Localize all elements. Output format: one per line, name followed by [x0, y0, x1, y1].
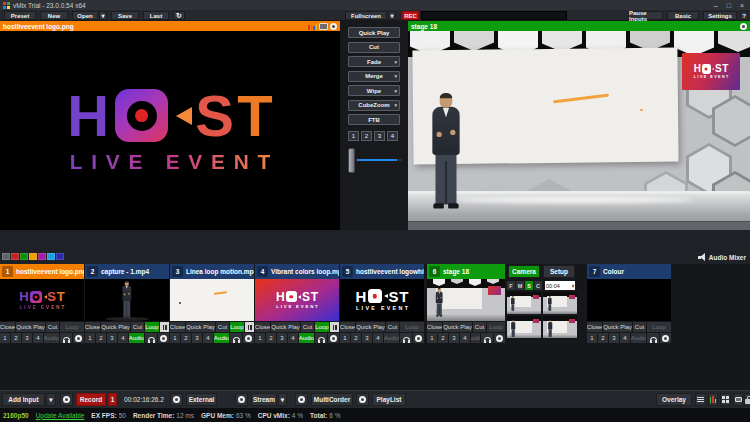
- overlay-2-button[interactable]: 2: [361, 131, 372, 141]
- stream-button[interactable]: Stream: [251, 393, 277, 406]
- overlay-button[interactable]: Overlay: [656, 393, 692, 406]
- wipe-button[interactable]: Wipe▾: [348, 85, 400, 96]
- overlay-1-button[interactable]: 1: [0, 333, 10, 343]
- headphones-icon[interactable]: [145, 333, 157, 343]
- input-thumbnail[interactable]: HST LIVE EVENT: [255, 279, 339, 321]
- close-button[interactable]: Close: [427, 322, 442, 332]
- multicorder-settings-gear-icon[interactable]: [295, 393, 308, 406]
- overlay-1-button[interactable]: 1: [587, 333, 597, 343]
- chevron-down-icon[interactable]: ▾: [394, 88, 397, 94]
- pause-icon[interactable]: [160, 322, 169, 332]
- playlist-button[interactable]: PlayList: [372, 393, 406, 406]
- stream-dropdown-icon[interactable]: ▾: [278, 393, 287, 406]
- headphones-icon[interactable]: [230, 333, 242, 343]
- overlay-3-button[interactable]: 3: [374, 131, 385, 141]
- spinner-arrows-icon[interactable]: ▴▾: [572, 284, 574, 288]
- close-button[interactable]: Close: [170, 322, 185, 332]
- overlay-1-button[interactable]: 1: [85, 333, 95, 343]
- external-button[interactable]: External: [186, 393, 217, 406]
- headphones-icon[interactable]: [400, 333, 412, 343]
- minimize-icon[interactable]: –: [714, 2, 718, 9]
- program-gear-icon[interactable]: [740, 23, 747, 30]
- cut-button[interactable]: Cut: [386, 322, 399, 332]
- stream-settings-gear-icon[interactable]: [235, 393, 248, 406]
- input-settings-gear-icon[interactable]: [494, 333, 505, 343]
- open-dropdown-icon[interactable]: ▾: [99, 11, 107, 20]
- ftb-button[interactable]: FTB: [348, 114, 400, 125]
- close-button[interactable]: Close: [0, 322, 15, 332]
- overlay-2-button[interactable]: 2: [598, 333, 608, 343]
- overlay-4-button[interactable]: 4: [373, 333, 383, 343]
- close-icon[interactable]: ×: [740, 2, 744, 9]
- cut-button[interactable]: Cut: [131, 322, 144, 332]
- audio-button[interactable]: Audio: [631, 333, 646, 343]
- add-input-dropdown-icon[interactable]: ▾: [46, 393, 56, 406]
- speed-fast-button[interactable]: F: [507, 281, 515, 290]
- monitor-icon[interactable]: [733, 393, 743, 406]
- input-settings-gear-icon[interactable]: [413, 333, 424, 343]
- headphones-icon[interactable]: [315, 333, 327, 343]
- audio-button[interactable]: Audio: [129, 333, 144, 343]
- category-blue-button[interactable]: [47, 253, 55, 260]
- overlay-1-button[interactable]: 1: [340, 333, 350, 343]
- close-button[interactable]: Close: [255, 322, 270, 332]
- new-button[interactable]: New: [40, 11, 68, 20]
- overlay-3-button[interactable]: 3: [362, 333, 372, 343]
- overlay-2-button[interactable]: 2: [181, 333, 191, 343]
- input-settings-gear-icon[interactable]: [158, 333, 169, 343]
- preview-gear-icon[interactable]: [330, 23, 337, 30]
- virtual-set-shot[interactable]: [543, 292, 577, 314]
- color-bars-icon[interactable]: [308, 23, 317, 30]
- pause-icon[interactable]: [330, 322, 339, 332]
- overlay-2-button[interactable]: 2: [438, 333, 448, 343]
- overlay-4-button[interactable]: 4: [620, 333, 630, 343]
- speed-slow-button[interactable]: S: [525, 281, 533, 290]
- quick-play-button[interactable]: Quick Play: [603, 322, 632, 332]
- preset-button[interactable]: Preset: [4, 11, 36, 20]
- category-orange-button[interactable]: [29, 253, 37, 260]
- overlay-4-button[interactable]: 4: [460, 333, 470, 343]
- overlay-4-button[interactable]: 4: [288, 333, 298, 343]
- input-title[interactable]: 7 Colour: [587, 264, 671, 279]
- record-count-badge[interactable]: 1: [108, 393, 117, 406]
- input-settings-gear-icon[interactable]: [243, 333, 254, 343]
- close-button[interactable]: Close: [85, 322, 100, 332]
- multicorder-button[interactable]: MultiCorder: [311, 393, 353, 406]
- pause-icon[interactable]: [245, 322, 254, 332]
- record-settings-gear-icon[interactable]: [60, 393, 73, 406]
- lock-icon[interactable]: [744, 393, 750, 406]
- input-thumbnail[interactable]: [85, 279, 169, 321]
- maximize-icon[interactable]: □: [727, 2, 731, 9]
- virtual-set-shot[interactable]: [543, 316, 577, 338]
- overlay-2-button[interactable]: 2: [266, 333, 276, 343]
- input-settings-gear-icon[interactable]: [328, 333, 339, 343]
- cubezoom-button[interactable]: CubeZoom▾: [348, 100, 400, 111]
- audio-button[interactable]: Audio: [299, 333, 314, 343]
- input-thumbnail[interactable]: [170, 279, 254, 321]
- fullscreen-dropdown-icon[interactable]: ▾: [388, 11, 396, 20]
- input-settings-gear-icon[interactable]: [73, 333, 84, 343]
- overlay-2-button[interactable]: 2: [96, 333, 106, 343]
- quick-play-button[interactable]: Quick Play: [356, 322, 385, 332]
- cut-button[interactable]: Cut: [633, 322, 646, 332]
- chevron-down-icon[interactable]: ▾: [394, 73, 397, 79]
- loop-button[interactable]: Loop: [315, 322, 329, 332]
- category-navy-button[interactable]: [56, 253, 64, 260]
- camera-button[interactable]: Camera: [508, 265, 540, 278]
- loop-button[interactable]: Loop: [60, 322, 84, 332]
- cut-button[interactable]: Cut: [46, 322, 59, 332]
- quick-play-button[interactable]: Quick Play: [101, 322, 130, 332]
- save-button[interactable]: Save: [111, 11, 139, 20]
- input-thumbnail[interactable]: HST LIVE EVENT: [0, 279, 84, 321]
- cut-button[interactable]: Cut: [216, 322, 229, 332]
- monitor-icon[interactable]: [319, 23, 328, 30]
- loop-button[interactable]: Loop: [145, 322, 159, 332]
- overlay-2-button[interactable]: 2: [351, 333, 361, 343]
- overlay-4-button[interactable]: 4: [33, 333, 43, 343]
- chevron-down-icon[interactable]: ▾: [394, 102, 397, 108]
- open-button[interactable]: Open: [72, 11, 98, 20]
- virtual-set-shot[interactable]: [507, 292, 541, 314]
- merge-button[interactable]: Merge▾: [348, 71, 400, 82]
- virtual-set-shot[interactable]: [507, 316, 541, 338]
- audio-button[interactable]: Audio: [44, 333, 59, 343]
